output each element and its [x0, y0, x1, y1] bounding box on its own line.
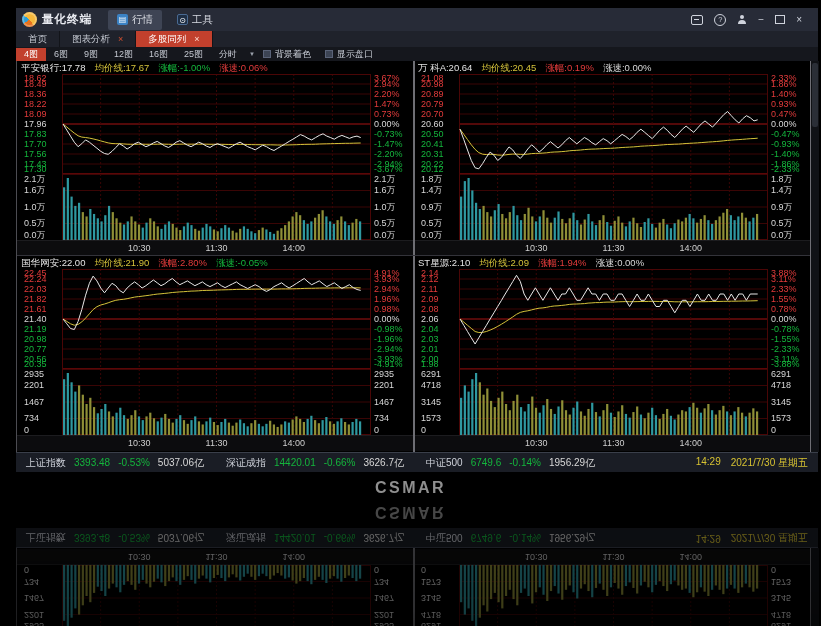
axis-tick-label: 17.56: [24, 150, 47, 159]
user-icon[interactable]: [737, 15, 747, 25]
axis-tick-label: 20.50: [421, 130, 444, 139]
axis-tick-label: 17.96: [24, 120, 47, 129]
axis-tick-label: 2.08: [421, 305, 439, 314]
grid-6-button[interactable]: 6图: [46, 48, 76, 61]
axis-tick-label: -1.55%: [771, 335, 800, 344]
stock-name-price: 平安银行:17.78: [21, 62, 85, 73]
axis-tick-label: 22.03: [24, 285, 47, 294]
change-pct-label: 涨幅:2.80%: [158, 257, 207, 268]
axis-tick-label: 2201: [374, 381, 394, 390]
grid-12-button[interactable]: 12图: [106, 48, 141, 61]
axis-tick-label: 20.12: [421, 165, 444, 174]
axis-tick-label: 2935: [24, 370, 44, 379]
axis-tick-label: 17.83: [24, 130, 47, 139]
avg-price-label: 均价线:21.90: [94, 257, 149, 268]
axis-tick-label: 20.35: [24, 360, 47, 369]
scrollbar-thumb[interactable]: [812, 63, 818, 127]
application-scene: 量化终端 ▤ 行情 ⊙ 工具 ? − × 首页 图表分: [0, 8, 821, 498]
tab-home[interactable]: 首页: [16, 31, 60, 47]
grid-16-button[interactable]: 16图: [141, 48, 176, 61]
axis-tick-label: 18.22: [24, 100, 47, 109]
axis-tick-label: 2.06: [421, 315, 439, 324]
axis-tick-label: -3.67%: [374, 165, 403, 174]
help-icon[interactable]: ?: [714, 14, 726, 26]
chart-panel-guohua[interactable]: 国华网安:22.00均价线:21.90涨幅:2.80%涨速:-0.05% 22.…: [17, 256, 413, 450]
axis-tick-label: 734: [374, 414, 389, 423]
axis-tick-label: 1.98: [421, 360, 439, 369]
close-button[interactable]: ×: [796, 15, 802, 25]
index-shenzhen[interactable]: 深证成指 14420.01 -0.66% 3626.7亿: [226, 456, 404, 470]
axis-tick-label: 0.00%: [771, 120, 797, 129]
change-speed-label: 涨速:0.00%: [603, 62, 652, 73]
scrollbar[interactable]: [811, 61, 819, 452]
clock: 14:29 2021/7/30 星期五: [696, 456, 808, 470]
checkbox-icon[interactable]: [325, 50, 333, 58]
axis-tick-label: 3.11%: [771, 275, 796, 284]
axis-tick-label: 0.0万: [421, 231, 443, 240]
axis-tick-label: -0.73%: [374, 130, 403, 139]
axis-tick-label: -1.47%: [374, 140, 403, 149]
grid-9-button[interactable]: 9图: [76, 48, 106, 61]
intraday-plot[interactable]: 2.143.88%2.123.11%2.112.33%2.091.55%2.08…: [414, 269, 810, 435]
period-minute-button[interactable]: 分时: [211, 48, 245, 61]
axis-tick-label: 0.0万: [374, 231, 396, 240]
show-orderbook-checkbox[interactable]: 显示盘口: [325, 48, 373, 61]
stock-name-price: ST星源:2.10: [418, 257, 470, 268]
axis-tick-label: 0.5万: [421, 219, 443, 228]
axis-tick-label: 0.78%: [771, 305, 797, 314]
axis-tick-label: 2.04: [421, 325, 439, 334]
axis-tick-label: 3.93%: [374, 275, 400, 284]
grid-4-button[interactable]: 4图: [16, 48, 46, 61]
avg-price-label: 均价线:2.09: [479, 257, 529, 268]
axis-tick-label: -2.33%: [771, 345, 800, 354]
background-shading-checkbox[interactable]: 背景着色: [263, 48, 311, 61]
maximize-button[interactable]: [775, 15, 785, 24]
axis-tick-label: 1.47%: [374, 100, 400, 109]
axis-tick-label: 4718: [771, 381, 791, 390]
intraday-plot[interactable]: 18.623.67%18.492.94%18.362.20%18.221.47%…: [17, 74, 413, 240]
menu-tools[interactable]: ⊙ 工具: [168, 10, 222, 30]
axis-tick-label: -1.40%: [771, 150, 800, 159]
axis-tick-label: 0.5万: [771, 219, 793, 228]
axis-tick-label: 20.89: [421, 90, 444, 99]
chart-panel-pingan[interactable]: 平安银行:17.78均价线:17.67涨幅:-1.00%涨速:0.06% 18.…: [17, 61, 413, 255]
axis-tick-label: 1.86%: [771, 80, 797, 89]
checkbox-icon[interactable]: [263, 50, 271, 58]
axis-tick-label: -2.20%: [374, 150, 403, 159]
chart-header: 平安银行:17.78均价线:17.67涨幅:-1.00%涨速:0.06%: [17, 61, 413, 74]
chevron-down-icon[interactable]: ▼: [249, 51, 255, 57]
grid-25-button[interactable]: 25图: [176, 48, 211, 61]
tab-close-icon[interactable]: ×: [194, 35, 199, 44]
app-title: 量化终端: [42, 12, 92, 27]
panel-divider-horizontal: [17, 255, 811, 256]
axis-tick-label: 1.4万: [421, 186, 443, 195]
axis-tick-label: 17.30: [24, 165, 47, 174]
axis-tick-label: 1.0万: [374, 203, 396, 212]
axis-tick-label: 20.60: [421, 120, 444, 129]
app-logo-icon: [22, 12, 37, 27]
tab-multi-stock[interactable]: 多股同列 ×: [136, 31, 212, 47]
chart-panel-stxingyuan[interactable]: ST星源:2.10均价线:2.09涨幅:1.94%涨速:0.00% 2.143.…: [414, 256, 810, 450]
index-csi500[interactable]: 中证500 6749.6 -0.14% 1956.29亿: [426, 456, 595, 470]
time-tick-label: 10:30: [125, 243, 153, 253]
time-axis: 10:3011:3014:00: [414, 240, 810, 256]
tab-close-icon[interactable]: ×: [118, 35, 123, 44]
feedback-icon[interactable]: [691, 15, 703, 25]
menu-quotes[interactable]: ▤ 行情: [108, 10, 162, 30]
axis-tick-label: 0.00%: [374, 120, 400, 129]
time-tick-label: 10:30: [522, 438, 550, 448]
tab-chart-analysis[interactable]: 图表分析 ×: [60, 31, 136, 47]
time-axis: 10:3011:3014:00: [17, 240, 413, 256]
time-tick-label: 11:30: [203, 438, 231, 448]
intraday-plot[interactable]: 21.082.33%20.981.86%20.891.40%20.790.93%…: [414, 74, 810, 240]
intraday-plot[interactable]: 22.454.91%22.243.93%22.032.94%21.821.96%…: [17, 269, 413, 435]
time-tick-label: 11:30: [600, 243, 628, 253]
axis-tick-label: 0.0万: [24, 231, 46, 240]
chart-grid: 平安银行:17.78均价线:17.67涨幅:-1.00%涨速:0.06% 18.…: [16, 61, 818, 452]
minimize-button[interactable]: −: [758, 15, 764, 25]
time-tick-label: 11:30: [203, 243, 231, 253]
axis-tick-label: -3.88%: [771, 360, 800, 369]
axis-tick-label: 0: [24, 426, 29, 435]
index-shanghai[interactable]: 上证指数 3393.48 -0.53% 5037.06亿: [26, 456, 204, 470]
chart-panel-vanke[interactable]: 万 科A:20.64均价线:20.45涨幅:0.19%涨速:0.00% 21.0…: [414, 61, 810, 255]
